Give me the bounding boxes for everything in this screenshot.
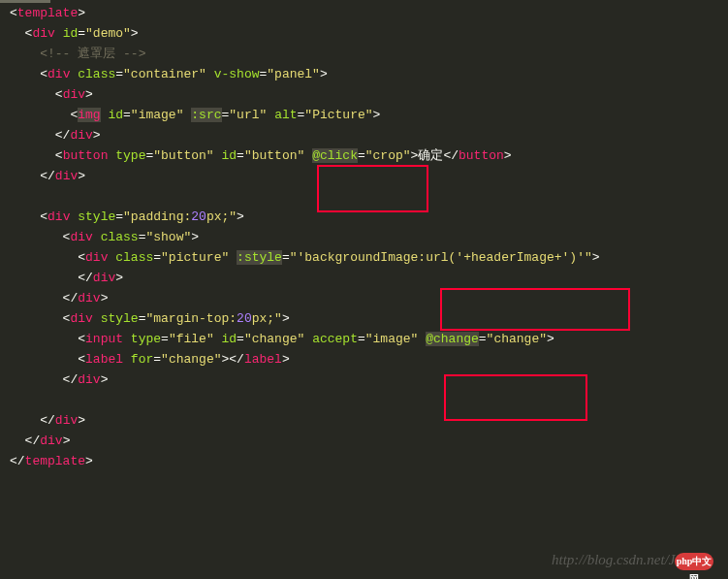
- highlighted-attr: :style: [237, 250, 282, 265]
- code-line[interactable]: <img id="image" :src="url" alt="Picture"…: [10, 106, 718, 126]
- code-line[interactable]: <div>: [10, 85, 718, 106]
- code-line[interactable]: <div class="container" v-show="panel">: [10, 65, 718, 85]
- code-line[interactable]: <!-- 遮罩层 -->: [10, 45, 718, 65]
- watermark-url: http://blog.csdn.net/Ja: [552, 552, 682, 567]
- watermark: http://blog.csdn.net/Japhp中文网: [552, 548, 713, 571]
- code-line[interactable]: </template>: [10, 452, 718, 472]
- code-line-empty[interactable]: [10, 187, 718, 208]
- code-line[interactable]: <div id="demo">: [10, 24, 718, 45]
- highlighted-tag: img: [78, 108, 100, 122]
- code-line[interactable]: <div style="padding:20px;">: [10, 208, 718, 228]
- highlighted-attr: @change: [426, 332, 479, 346]
- comment: <!-- 遮罩层 -->: [40, 47, 145, 61]
- watermark-logo: php中文网: [675, 553, 713, 570]
- code-line[interactable]: <input type="file" id="change" accept="i…: [10, 330, 718, 350]
- code-line[interactable]: </div>: [10, 289, 718, 309]
- tag-name: template: [17, 6, 78, 20]
- code-line[interactable]: </div>: [10, 432, 718, 452]
- code-line[interactable]: </div>: [10, 167, 718, 187]
- angle-bracket: <: [10, 6, 17, 20]
- code-line[interactable]: </div>: [10, 269, 718, 289]
- code-line[interactable]: </div>: [10, 126, 718, 146]
- code-line[interactable]: <div class="show">: [10, 228, 718, 248]
- highlighted-attr: @click: [312, 148, 358, 163]
- code-line[interactable]: <label for="change"></label>: [10, 350, 718, 370]
- code-line-empty[interactable]: [10, 391, 718, 411]
- code-line[interactable]: <button type="button" id="button" @click…: [10, 146, 718, 167]
- code-editor[interactable]: <template> <div id="demo"> <!-- 遮罩层 --> …: [0, 0, 728, 482]
- code-line[interactable]: <template>: [10, 4, 718, 24]
- code-line[interactable]: <div style="margin-top:20px;">: [10, 309, 718, 330]
- code-line[interactable]: </div>: [10, 370, 718, 391]
- code-line[interactable]: <div class="picture" :style="'background…: [10, 248, 718, 269]
- code-line[interactable]: </div>: [10, 411, 718, 432]
